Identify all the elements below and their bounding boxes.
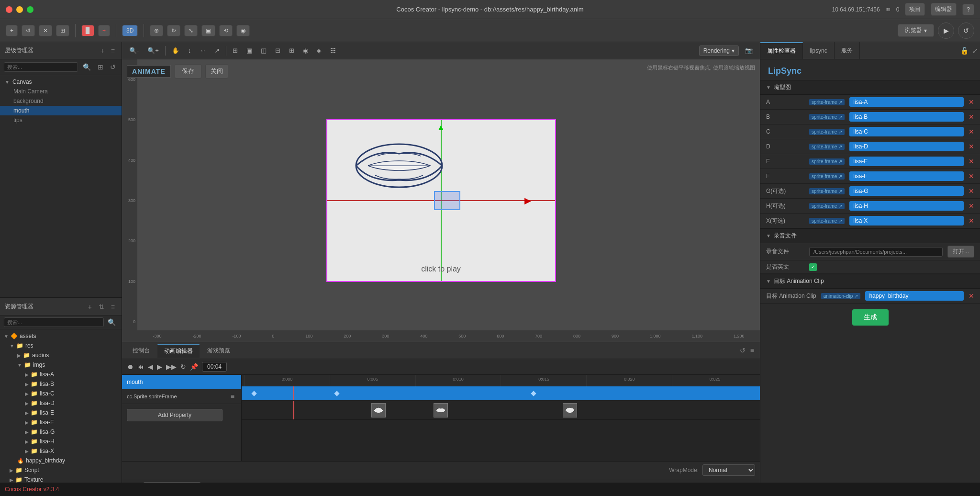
- delete-H-btn[interactable]: ✕: [969, 202, 974, 210]
- scale-scene-btn[interactable]: ↗: [212, 46, 222, 55]
- hierarchy-search-input[interactable]: [4, 62, 78, 72]
- clip-section-header[interactable]: ▼ 目标 Animation Clip: [760, 274, 980, 289]
- clip-value-input[interactable]: [865, 291, 964, 301]
- inspector-lock-btn[interactable]: 🔓: [958, 46, 970, 56]
- close-window-btn[interactable]: [6, 6, 12, 13]
- delete-clip-btn[interactable]: ✕: [969, 292, 974, 300]
- zoom-out-btn[interactable]: 🔍-: [127, 46, 141, 55]
- keyframe-0[interactable]: [251, 391, 256, 396]
- delete-A-btn[interactable]: ✕: [969, 98, 974, 106]
- tab-anim-editor[interactable]: 动画编辑器: [157, 344, 200, 358]
- asset-item-lisa-e[interactable]: ▶ 📁 lisa-E: [0, 408, 122, 417]
- asset-item-lisa-c[interactable]: ▶ 📁 lisa-C: [0, 389, 122, 398]
- refresh-btn[interactable]: ↺: [22, 25, 35, 36]
- selection-box[interactable]: [434, 191, 460, 210]
- play-game-btn[interactable]: ▶: [938, 23, 954, 39]
- add-property-btn[interactable]: Add Property: [127, 409, 223, 421]
- prop-menu-btn[interactable]: ≡: [229, 392, 236, 401]
- help-btn[interactable]: ?: [962, 4, 974, 15]
- asset-item-audios[interactable]: ▶ 📁 audios: [0, 350, 122, 360]
- audio-section-header[interactable]: ▼ 录音文件: [760, 228, 980, 243]
- delete-F-btn[interactable]: ✕: [969, 172, 974, 180]
- asset-item-texture[interactable]: ▶ 📁 Texture: [0, 475, 122, 483]
- keyframe-2[interactable]: [531, 391, 536, 396]
- 3d-btn[interactable]: 3D: [122, 25, 138, 36]
- generate-btn[interactable]: 生成: [852, 309, 889, 326]
- tab-services[interactable]: 服务: [835, 42, 860, 59]
- close-anim-btn[interactable]: 关闭: [205, 64, 228, 79]
- inspector-expand-btn[interactable]: ⤢: [970, 46, 980, 56]
- camera-icon[interactable]: 📷: [743, 46, 755, 55]
- editor-btn[interactable]: 编辑器: [931, 3, 957, 16]
- prop-value-G[interactable]: [849, 186, 964, 196]
- move-scene-btn[interactable]: ↕: [186, 46, 194, 55]
- prop-value-C[interactable]: [849, 127, 964, 136]
- move-tool-btn[interactable]: ⊕: [150, 25, 163, 36]
- rotate-scene-btn[interactable]: ↔: [197, 46, 208, 55]
- hierarchy-refresh-icon[interactable]: ↺: [108, 62, 118, 72]
- prop-value-E[interactable]: [849, 157, 964, 166]
- time-input[interactable]: 00:04: [202, 362, 227, 372]
- prop-value-B[interactable]: [849, 112, 964, 122]
- bar-icon-btn[interactable]: ▉: [81, 25, 94, 36]
- asset-item-lisa-g[interactable]: ▶ 📁 lisa-G: [0, 427, 122, 437]
- maximize-window-btn[interactable]: [27, 6, 33, 13]
- menu-scene-btn[interactable]: ☷: [328, 46, 338, 55]
- rect-tool-btn[interactable]: ▣: [201, 25, 215, 36]
- play-anim-btn[interactable]: ▶: [157, 363, 162, 371]
- english-checkbox[interactable]: ✓: [809, 263, 817, 271]
- tree-node-tips[interactable]: tips: [0, 115, 122, 125]
- asset-item-script[interactable]: ▶ 📁 Script: [0, 465, 122, 475]
- asset-item-lisa-d[interactable]: ▶ 📁 lisa-D: [0, 398, 122, 408]
- playhead[interactable]: [293, 386, 294, 400]
- record-btn[interactable]: ⏺: [127, 363, 134, 371]
- circle-btn[interactable]: ◉: [301, 46, 311, 55]
- asset-item-res[interactable]: ▼ 📁 res: [0, 341, 122, 350]
- close-node-btn[interactable]: ✕: [39, 25, 52, 36]
- hierarchy-view-btn[interactable]: ⊞: [96, 62, 105, 72]
- delete-G-btn[interactable]: ✕: [969, 187, 974, 195]
- add-event-btn[interactable]: 📌: [190, 363, 198, 371]
- anim-menu-btn[interactable]: ≡: [748, 346, 756, 355]
- asset-item-lisa-x[interactable]: ▶ 📁 lisa-X: [0, 446, 122, 456]
- asset-add-btn[interactable]: +: [86, 302, 94, 312]
- asset-search-input[interactable]: [4, 317, 104, 327]
- asset-item-lisa-h[interactable]: ▶ 📁 lisa-H: [0, 437, 122, 446]
- prop-value-X[interactable]: [849, 216, 964, 225]
- skip-start-btn[interactable]: ⏮: [137, 363, 144, 371]
- prop-value-A[interactable]: [849, 97, 964, 107]
- split-btn[interactable]: ◫: [258, 46, 269, 55]
- minimize-window-btn[interactable]: [16, 6, 23, 13]
- asset-settings-btn[interactable]: ≡: [109, 302, 117, 312]
- delete-E-btn[interactable]: ✕: [969, 158, 974, 165]
- sprite-thumb-2[interactable]: [563, 403, 577, 417]
- tree-node-canvas[interactable]: ▼ Canvas: [0, 77, 122, 87]
- anim-refresh-btn[interactable]: ↺: [738, 346, 747, 355]
- hierarchy-settings-btn[interactable]: ≡: [109, 46, 117, 56]
- tab-console[interactable]: 控制台: [126, 344, 156, 357]
- asset-item-lisa-b[interactable]: ▶ 📁 lisa-B: [0, 379, 122, 389]
- tab-game-preview[interactable]: 游戏预览: [200, 344, 237, 357]
- mouth-section-header[interactable]: ▼ 嘴型图: [760, 80, 980, 95]
- asset-item-lisa-f[interactable]: ▶ 📁 lisa-F: [0, 417, 122, 427]
- loop-btn[interactable]: ↻: [180, 363, 186, 371]
- prop-value-F[interactable]: [849, 171, 964, 181]
- mouth-track[interactable]: [242, 386, 760, 401]
- asset-item-assets[interactable]: ▼ 🔶 assets: [0, 331, 122, 341]
- prop-value-H[interactable]: [849, 201, 964, 211]
- transform-btn[interactable]: ⟲: [219, 25, 233, 36]
- add-node-btn[interactable]: +: [6, 25, 18, 36]
- minus-btn[interactable]: ⊟: [273, 46, 283, 55]
- delete-X-btn[interactable]: ✕: [969, 217, 974, 225]
- delete-C-btn[interactable]: ✕: [969, 128, 974, 135]
- next-frame-btn[interactable]: ▶▶: [166, 363, 177, 371]
- asset-sort-btn[interactable]: ⇅: [97, 302, 106, 312]
- anim-track-mouth[interactable]: mouth: [122, 375, 241, 389]
- sprite-thumb-1[interactable]: [434, 403, 448, 417]
- asset-item-imgs[interactable]: ▼ 📁 imgs: [0, 360, 122, 370]
- asset-search-icon[interactable]: 🔍: [106, 317, 118, 327]
- sprite-thumb-0[interactable]: [371, 403, 386, 417]
- wireframe-btn[interactable]: ▣: [244, 46, 255, 55]
- grid-btn[interactable]: ⊞: [230, 46, 240, 55]
- pivot-btn[interactable]: ◉: [236, 25, 250, 36]
